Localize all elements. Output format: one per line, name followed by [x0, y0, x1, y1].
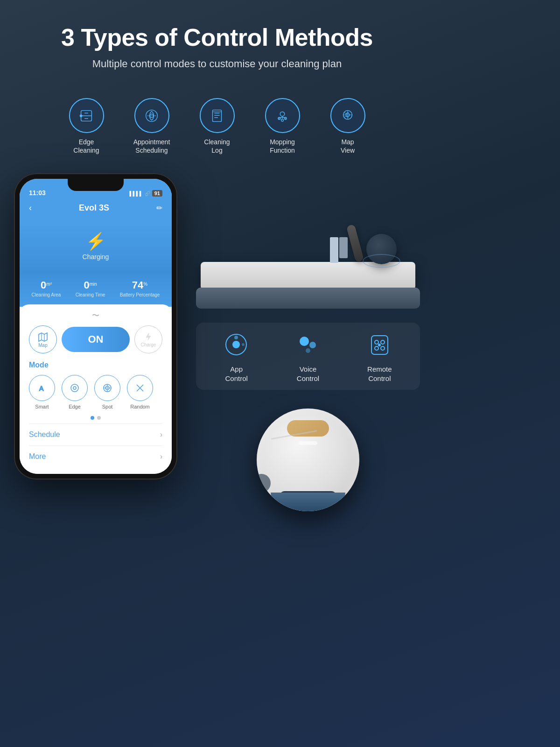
mode-section-title: Mode — [29, 361, 162, 369]
mode-spot[interactable]: Spot — [94, 375, 120, 409]
shelf-base — [196, 288, 420, 309]
appointment-scheduling-icon — [143, 107, 161, 125]
mopping-function-icon-circle — [265, 98, 300, 133]
phone-notch — [68, 179, 124, 191]
main-content: 11:03 ▌▌▌▌ 🔗 91 ‹ Evol 3S ✏ ⚡ Charg — [0, 164, 434, 530]
svg-point-40 — [375, 346, 378, 350]
sub-title: Multiple control modes to customise your… — [19, 58, 415, 70]
svg-point-34 — [300, 337, 309, 346]
random-mode-label: Random — [130, 404, 150, 409]
voice-control-icon — [293, 330, 323, 360]
robot-sensor — [299, 441, 317, 445]
remote-control-item: RemoteControl — [354, 330, 405, 383]
more-label: More — [29, 452, 46, 461]
device-name: Evol 3S — [32, 203, 156, 213]
map-view-icon-circle — [330, 98, 365, 133]
svg-point-39 — [381, 340, 385, 344]
robot-side-brush — [257, 474, 271, 493]
map-view-label: MapView — [341, 138, 355, 155]
robot-water-tank — [271, 493, 345, 511]
cleaning-log-label: CleaningLog — [204, 138, 230, 155]
cleaning-time-value: 0min — [76, 279, 105, 291]
charging-status: Charging — [29, 253, 162, 261]
map-view-icon — [339, 107, 357, 125]
chevron-down-icon: 〜 — [29, 311, 162, 321]
battery-stat: 74% Battery Percentage — [120, 279, 160, 297]
edge-cleaning-icon-circle — [69, 98, 104, 133]
voice-control-label: VoiceControl — [297, 365, 319, 383]
control-row: Map ON Charge — [29, 325, 162, 353]
mopping-function-icon — [273, 107, 291, 125]
header-section: 3 Types of Control Methods Multiple cont… — [0, 0, 434, 84]
charging-bolt-icon: ⚡ — [29, 232, 162, 251]
feature-edge-cleaning: EdgeCleaning — [56, 98, 117, 155]
on-button[interactable]: ON — [62, 327, 130, 352]
svg-point-41 — [381, 346, 385, 350]
shelf-area — [196, 178, 420, 309]
cleaning-log-icon-circle — [200, 98, 235, 133]
book-1 — [330, 237, 338, 263]
status-icons: ▌▌▌▌ 🔗 91 — [129, 190, 162, 197]
svg-point-36 — [306, 348, 310, 353]
more-item[interactable]: More › — [29, 445, 162, 467]
svg-point-32 — [234, 336, 238, 339]
remote-control-label: RemoteControl — [367, 365, 392, 383]
right-side: AppControl VoiceControl — [196, 173, 420, 516]
random-mode-button[interactable] — [127, 375, 153, 401]
book-2 — [339, 237, 348, 258]
edge-cleaning-icon — [77, 107, 95, 125]
svg-point-23 — [73, 387, 76, 389]
control-methods-section: AppControl VoiceControl — [196, 323, 420, 390]
edit-button[interactable]: ✏ — [156, 204, 162, 212]
spot-mode-button[interactable] — [94, 375, 120, 401]
mode-row: A Smart Edge — [29, 375, 162, 409]
svg-point-33 — [242, 343, 245, 346]
wifi-icon: 🔗 — [145, 191, 150, 196]
appointment-scheduling-icon-circle — [134, 98, 169, 133]
feature-map-view: MapView — [317, 98, 378, 155]
svg-point-13 — [281, 119, 284, 121]
phone-container: 11:03 ▌▌▌▌ 🔗 91 ‹ Evol 3S ✏ ⚡ Charg — [14, 173, 187, 516]
spot-icon — [101, 382, 113, 394]
schedule-item[interactable]: Schedule › — [29, 423, 162, 445]
map-icon — [37, 331, 49, 343]
battery-icon: 91 — [152, 190, 162, 197]
random-icon — [134, 382, 146, 394]
more-arrow-icon: › — [160, 452, 162, 461]
map-button-label: Map — [38, 343, 47, 348]
mode-smart[interactable]: A Smart — [29, 375, 55, 409]
charge-icon — [143, 332, 154, 342]
page-dots — [29, 416, 162, 420]
svg-point-31 — [232, 341, 240, 348]
signal-icon: ▌▌▌▌ — [129, 191, 142, 196]
feature-mopping-function: MoppingFunction — [252, 98, 313, 155]
feature-cleaning-log: CleaningLog — [187, 98, 247, 155]
app-control-icon — [221, 330, 252, 360]
charge-button[interactable]: Charge — [134, 325, 162, 353]
svg-point-38 — [375, 340, 378, 344]
app-control-item: AppControl — [211, 330, 262, 383]
features-row: EdgeCleaning AppointmentScheduling Clean… — [0, 84, 434, 164]
charging-section: ⚡ Charging — [20, 222, 172, 272]
app-control-svg — [224, 332, 249, 358]
svg-text:A: A — [39, 385, 44, 392]
edge-icon — [69, 382, 81, 394]
edge-mode-button[interactable] — [62, 375, 88, 401]
cleaning-time-label: Cleaning Time — [76, 292, 105, 297]
mode-edge[interactable]: Edge — [62, 375, 88, 409]
charge-button-label: Charge — [141, 342, 156, 347]
smart-mode-button[interactable]: A — [29, 375, 55, 401]
smart-mode-label: Smart — [35, 404, 49, 409]
cleaning-area-value: 0m² — [32, 279, 61, 291]
map-button[interactable]: Map — [29, 325, 57, 353]
main-title: 3 Types of Control Methods — [19, 23, 415, 51]
cleaning-log-icon — [208, 107, 226, 125]
feature-appointment-scheduling: AppointmentScheduling — [121, 98, 182, 155]
remote-control-device — [346, 224, 364, 262]
appointment-scheduling-label: AppointmentScheduling — [133, 138, 170, 155]
edge-mode-label: Edge — [69, 404, 81, 409]
mode-random[interactable]: Random — [127, 375, 153, 409]
svg-point-10 — [280, 112, 285, 116]
svg-point-42 — [378, 344, 381, 346]
voice-control-item: VoiceControl — [282, 330, 334, 383]
